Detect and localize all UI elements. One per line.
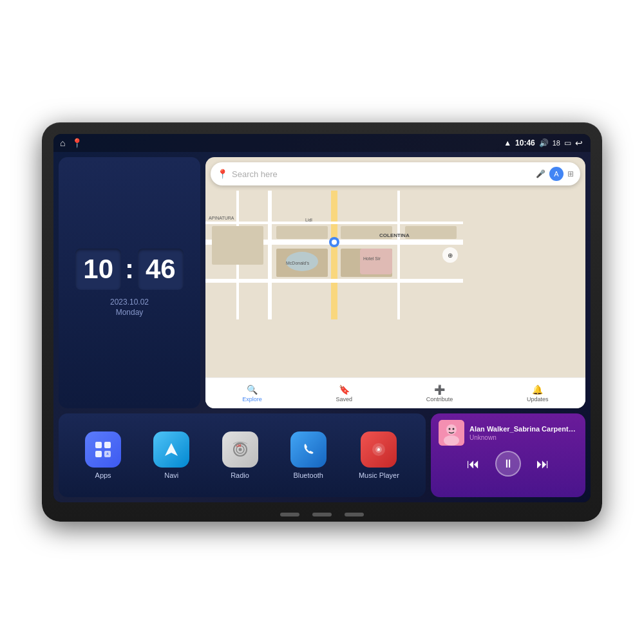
svg-text:Hotel Sir: Hotel Sir	[363, 256, 381, 261]
svg-rect-25	[95, 442, 102, 448]
screen-icon: ▭	[564, 138, 571, 147]
map-background: McDonald's Hotel Sir COLENTINA APINATURA…	[205, 191, 585, 377]
svg-text:♪: ♪	[377, 446, 379, 452]
svg-rect-12	[405, 226, 457, 239]
clock-day: Monday	[110, 308, 149, 317]
music-play-button[interactable]: ⏸	[495, 451, 521, 477]
clock-display: 10 : 46	[75, 249, 183, 290]
svg-text:⊕: ⊕	[448, 252, 453, 259]
map-user-avatar[interactable]: A	[549, 167, 564, 181]
music-artist: Unknown	[469, 434, 578, 441]
map-search-right: 🎤 A ⊞	[536, 167, 574, 181]
map-search-placeholder: Search here	[232, 169, 532, 179]
svg-text:APINATURA: APINATURA	[209, 216, 234, 220]
clock-minutes: 46	[138, 249, 184, 290]
apps-icon	[85, 431, 121, 468]
bluetooth-icon	[290, 431, 327, 468]
music-title: Alan Walker_Sabrina Carpenter_F...	[469, 425, 578, 433]
wifi-icon: ▲	[504, 138, 511, 147]
home-icon[interactable]	[60, 138, 65, 148]
contribute-icon: ➕	[434, 384, 445, 395]
bottom-tab-2	[312, 513, 332, 516]
bottom-row: Apps Navi	[59, 413, 585, 497]
bottom-decorative-tabs	[280, 513, 364, 516]
svg-point-22	[332, 240, 337, 245]
volume-icon: 🔊	[539, 138, 549, 147]
saved-icon: 🔖	[339, 384, 350, 395]
svg-rect-27	[95, 451, 102, 457]
navi-icon	[153, 431, 189, 468]
explore-icon: 🔍	[247, 384, 258, 395]
bottom-tab-3	[345, 513, 364, 516]
svg-text:COLENTINA: COLENTINA	[379, 232, 410, 238]
music-player: Alan Walker_Sabrina Carpenter_F... Unkno…	[431, 413, 585, 497]
map-nav-contribute[interactable]: ➕ Contribute	[426, 384, 453, 402]
svg-point-43	[453, 428, 455, 430]
map-search-bar[interactable]: 📍 Search here 🎤 A ⊞	[211, 162, 580, 185]
svg-point-41	[444, 435, 459, 446]
screen-bezel: ▲ 10:46 🔊 18 ▭ 10 :	[53, 134, 591, 502]
svg-rect-13	[212, 226, 263, 265]
map-widget[interactable]: 📍 Search here 🎤 A ⊞	[205, 157, 585, 408]
music-info: Alan Walker_Sabrina Carpenter_F... Unkno…	[439, 420, 578, 446]
map-nav-explore[interactable]: 🔍 Explore	[242, 384, 262, 402]
status-bar-right: ▲ 10:46 🔊 18 ▭	[504, 138, 583, 148]
svg-marker-30	[165, 443, 178, 456]
clock-hours: 10	[75, 249, 121, 290]
svg-point-33	[238, 448, 242, 451]
car-unit: MIC RST ▲ 10:46 🔊 18 ▭	[42, 122, 602, 522]
map-bottom-nav: 🔍 Explore 🔖 Saved ➕ Contribute	[205, 377, 585, 408]
svg-text:McDonald's: McDonald's	[286, 261, 310, 265]
app-item-bluetooth[interactable]: Bluetooth	[290, 431, 327, 479]
status-bar: ▲ 10:46 🔊 18 ▭	[53, 134, 591, 152]
saved-label: Saved	[336, 396, 353, 402]
clock-date: 2023.10.02	[110, 298, 149, 307]
svg-rect-8	[276, 226, 328, 239]
music-controls: ⏮ ⏸ ⏭	[439, 451, 578, 477]
radio-icon: FM	[222, 431, 258, 468]
navi-label: Navi	[164, 471, 178, 479]
music-text-container: Alan Walker_Sabrina Carpenter_F... Unkno…	[469, 425, 578, 441]
map-nav-saved[interactable]: 🔖 Saved	[336, 384, 353, 402]
clock-date-container: 2023.10.02 Monday	[110, 298, 149, 317]
status-bar-left	[60, 138, 82, 148]
app-shortcuts: Apps Navi	[59, 413, 426, 497]
android-screen: ▲ 10:46 🔊 18 ▭ 10 :	[53, 134, 591, 502]
app-item-apps[interactable]: Apps	[85, 431, 121, 479]
bluetooth-label: Bluetooth	[293, 471, 323, 479]
map-search-icon: 📍	[217, 169, 228, 179]
svg-rect-15	[360, 249, 392, 274]
maps-pin-icon[interactable]	[71, 138, 82, 148]
battery-level: 18	[553, 139, 560, 147]
apps-label: Apps	[95, 471, 111, 479]
explore-label: Explore	[242, 396, 262, 402]
contribute-label: Contribute	[426, 396, 453, 402]
music-next-button[interactable]: ⏭	[534, 454, 552, 474]
music-album-art	[439, 420, 464, 446]
app-item-navi[interactable]: Navi	[153, 431, 189, 479]
app-item-music[interactable]: ♪ Music Player	[359, 431, 399, 479]
app-item-radio[interactable]: FM Radio	[222, 431, 258, 479]
music-prev-button[interactable]: ⏮	[464, 454, 482, 474]
updates-label: Updates	[527, 396, 549, 402]
svg-rect-0	[205, 191, 585, 377]
top-row: 10 : 46 2023.10.02 Monday 📍	[59, 157, 585, 408]
main-content: 10 : 46 2023.10.02 Monday 📍	[53, 152, 591, 502]
music-player-label: Music Player	[359, 471, 399, 479]
svg-point-42	[449, 428, 451, 430]
back-icon[interactable]	[575, 138, 583, 148]
svg-rect-26	[104, 442, 111, 448]
clock-widget: 10 : 46 2023.10.02 Monday	[59, 157, 200, 408]
map-nav-updates[interactable]: 🔔 Updates	[527, 384, 549, 402]
updates-icon: 🔔	[532, 384, 543, 395]
map-layers-icon[interactable]: ⊞	[567, 169, 574, 178]
radio-label: Radio	[231, 471, 249, 479]
bottom-tab-1	[280, 513, 299, 516]
music-icon: ♪	[361, 431, 397, 468]
clock-colon: :	[125, 254, 134, 285]
map-mic-icon[interactable]: 🎤	[536, 169, 545, 178]
status-time: 10:46	[515, 138, 535, 147]
svg-text:Lidl: Lidl	[305, 218, 312, 222]
